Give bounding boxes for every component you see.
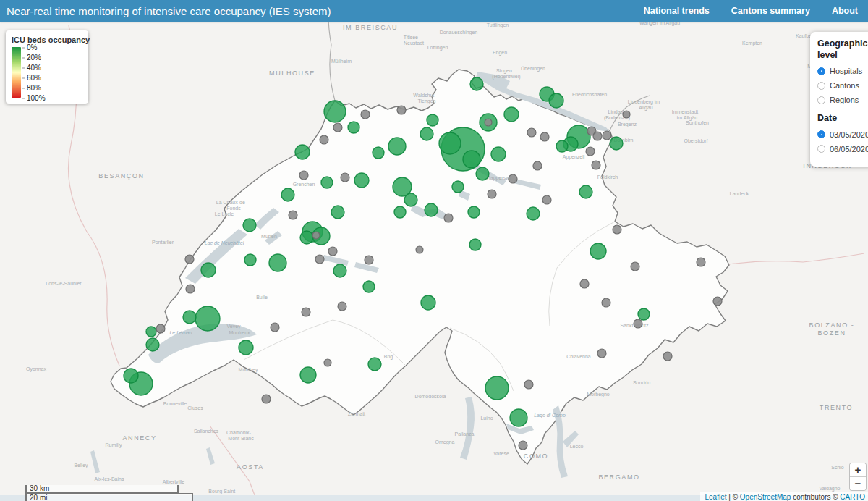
hospital-marker[interactable]: [509, 174, 517, 183]
hospital-marker[interactable]: [239, 340, 253, 355]
hospital-marker[interactable]: [333, 264, 346, 277]
carto-link[interactable]: CARTO: [840, 493, 865, 501]
hospital-marker[interactable]: [697, 258, 705, 266]
hospital-marker[interactable]: [556, 140, 568, 152]
hospital-marker[interactable]: [603, 131, 611, 140]
hospital-marker[interactable]: [243, 219, 256, 232]
hospital-marker[interactable]: [333, 123, 342, 132]
hospital-marker[interactable]: [597, 349, 606, 358]
hospital-marker[interactable]: [289, 211, 297, 219]
radio-icon[interactable]: [817, 82, 825, 90]
radio-regions[interactable]: Regions: [817, 96, 868, 104]
radio-cantons[interactable]: Cantons: [817, 81, 868, 90]
hospital-marker[interactable]: [365, 256, 373, 264]
hospital-marker[interactable]: [394, 206, 406, 218]
hospital-marker[interactable]: [439, 132, 461, 154]
hospital-marker[interactable]: [146, 338, 159, 351]
hospital-marker[interactable]: [244, 254, 256, 266]
hospital-marker[interactable]: [452, 181, 464, 193]
hospital-marker[interactable]: [183, 311, 196, 324]
hospital-marker[interactable]: [427, 114, 438, 126]
hospital-marker[interactable]: [320, 135, 328, 144]
hospital-marker[interactable]: [602, 298, 610, 307]
hospital-marker[interactable]: [634, 319, 642, 328]
hospital-marker[interactable]: [341, 173, 349, 182]
hospital-marker[interactable]: [610, 137, 623, 150]
hospital-marker[interactable]: [404, 193, 417, 206]
hospital-marker[interactable]: [469, 239, 481, 250]
leaflet-link[interactable]: Leaflet: [705, 493, 726, 501]
hospital-marker[interactable]: [321, 177, 333, 188]
hospital-marker[interactable]: [338, 302, 346, 311]
hospital-marker[interactable]: [315, 255, 324, 264]
hospital-marker[interactable]: [491, 147, 506, 161]
hospital-marker[interactable]: [195, 306, 220, 331]
hospital-marker[interactable]: [295, 145, 310, 159]
hospital-marker[interactable]: [663, 352, 672, 361]
hospital-marker[interactable]: [425, 203, 438, 216]
hospital-marker[interactable]: [348, 122, 359, 133]
zoom-in-button[interactable]: +: [850, 463, 866, 477]
hospital-marker[interactable]: [186, 285, 195, 293]
hospital-marker[interactable]: [638, 308, 650, 320]
hospital-marker[interactable]: [510, 409, 527, 426]
radio-date-1[interactable]: 03/05/2020: [817, 130, 868, 139]
hospital-marker[interactable]: [124, 369, 138, 383]
hospital-marker[interactable]: [299, 171, 308, 180]
hospital-marker[interactable]: [300, 231, 313, 244]
nav-about[interactable]: About: [832, 6, 858, 16]
nav-cantons-summary[interactable]: Cantons summary: [731, 6, 810, 16]
hospital-marker[interactable]: [324, 101, 346, 122]
hospital-marker[interactable]: [463, 151, 480, 168]
hospital-marker[interactable]: [269, 254, 286, 271]
hospital-marker[interactable]: [302, 308, 310, 316]
zoom-out-button[interactable]: −: [850, 477, 866, 490]
radio-hospitals[interactable]: Hospitals: [817, 67, 868, 75]
hospital-marker[interactable]: [527, 207, 540, 220]
hospital-marker[interactable]: [533, 161, 542, 170]
hospital-marker[interactable]: [262, 395, 271, 403]
radio-date-2[interactable]: 06/05/2020: [817, 145, 868, 153]
hospital-marker[interactable]: [368, 358, 381, 371]
hospital-marker[interactable]: [331, 206, 344, 219]
radio-icon[interactable]: [817, 67, 825, 75]
hospital-marker[interactable]: [631, 262, 639, 271]
hospital-marker[interactable]: [185, 255, 194, 264]
hospital-marker[interactable]: [580, 279, 589, 288]
hospital-marker[interactable]: [542, 195, 551, 204]
hospital-marker[interactable]: [613, 225, 621, 234]
hospital-marker[interactable]: [579, 185, 592, 198]
hospital-marker[interactable]: [271, 323, 279, 332]
hospital-marker[interactable]: [504, 107, 519, 122]
hospital-marker[interactable]: [524, 380, 533, 389]
hospital-marker[interactable]: [590, 243, 606, 259]
hospital-marker[interactable]: [527, 128, 536, 137]
hospital-marker[interactable]: [593, 132, 602, 140]
hospital-marker[interactable]: [201, 263, 216, 277]
hospital-marker[interactable]: [373, 147, 384, 159]
radio-icon[interactable]: [817, 96, 825, 104]
hospital-marker[interactable]: [592, 161, 600, 169]
hospital-marker[interactable]: [312, 232, 320, 239]
hospital-marker[interactable]: [713, 297, 722, 306]
hospital-marker[interactable]: [623, 111, 630, 118]
hospital-marker[interactable]: [146, 327, 156, 337]
hospital-marker[interactable]: [470, 77, 483, 90]
hospital-marker[interactable]: [388, 138, 406, 155]
osm-link[interactable]: OpenStreetMap: [740, 493, 791, 501]
hospital-marker[interactable]: [354, 173, 369, 188]
nav-national-trends[interactable]: National trends: [644, 6, 710, 16]
hospital-marker[interactable]: [586, 147, 595, 156]
hospital-marker[interactable]: [281, 188, 294, 201]
hospital-marker[interactable]: [444, 214, 453, 222]
hospital-marker[interactable]: [397, 106, 406, 114]
hospital-marker[interactable]: [328, 247, 337, 256]
hospital-marker[interactable]: [300, 367, 316, 383]
hospital-marker[interactable]: [416, 246, 423, 253]
hospital-marker[interactable]: [488, 190, 496, 198]
radio-icon[interactable]: [817, 145, 825, 153]
hospital-marker[interactable]: [519, 441, 527, 450]
hospital-marker[interactable]: [485, 119, 492, 126]
hospital-marker[interactable]: [363, 281, 375, 292]
radio-icon[interactable]: [817, 130, 825, 138]
